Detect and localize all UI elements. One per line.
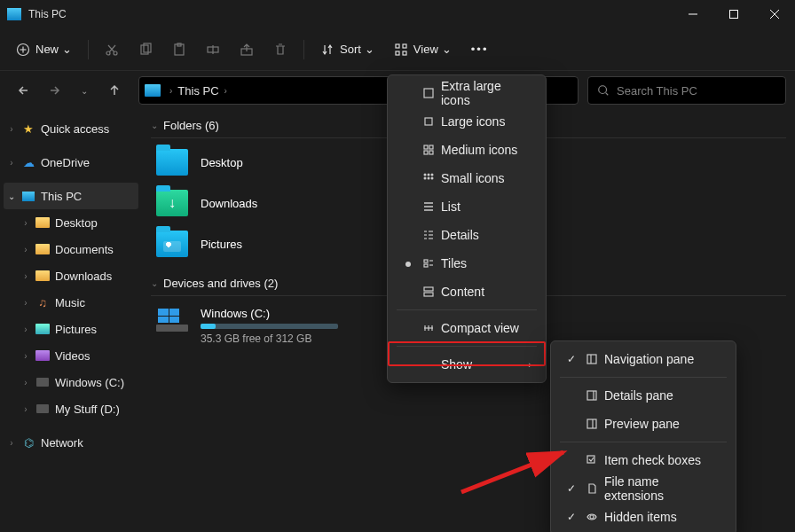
sidebar-item-label: Downloads	[55, 270, 112, 283]
sidebar-item-quick-access[interactable]: › ★ Quick access	[0, 115, 142, 142]
svg-point-35	[431, 177, 434, 180]
plus-circle-icon	[16, 43, 30, 57]
svg-rect-57	[587, 391, 596, 400]
check-icon: ✓	[562, 482, 581, 495]
extra-large-icons-icon	[418, 87, 439, 99]
svg-rect-47	[424, 264, 428, 267]
drive-usage-bar	[201, 324, 338, 329]
folder-icon	[156, 149, 188, 176]
chevron-down-icon: ⌄	[365, 43, 374, 56]
ellipsis-icon: •••	[471, 43, 489, 56]
trash-icon	[273, 43, 287, 57]
pictures-icon	[35, 322, 50, 336]
sidebar-item-label: My Stuff (D:)	[55, 403, 120, 416]
sidebar-item-videos[interactable]: › Videos	[0, 342, 142, 369]
menu-item-navigation-pane[interactable]: ✓Navigation pane	[555, 345, 732, 373]
menu-item-large-icons[interactable]: Large icons	[391, 107, 542, 136]
sidebar-item-music[interactable]: › ♫ Music	[0, 289, 142, 316]
menu-item-tiles[interactable]: Tiles	[391, 249, 542, 278]
svg-point-62	[590, 515, 594, 519]
search-icon	[597, 84, 610, 97]
back-button[interactable]	[9, 75, 39, 106]
content-icon	[418, 286, 439, 298]
chevron-right-icon: ›	[21, 245, 30, 254]
breadcrumb-segment[interactable]: This PC	[177, 84, 218, 98]
menu-item-show[interactable]: Show›	[391, 350, 542, 379]
menu-item-small-icons[interactable]: Small icons	[391, 164, 542, 192]
paste-button[interactable]	[163, 34, 195, 66]
sidebar-item-windows-c[interactable]: › Windows (C:)	[0, 369, 142, 395]
menu-item-preview-pane[interactable]: Preview pane	[555, 410, 732, 438]
chevron-right-icon: ›	[21, 218, 30, 228]
file-icon	[581, 482, 602, 495]
sidebar-item-onedrive[interactable]: › ☁ OneDrive	[0, 149, 142, 176]
drive-icon	[35, 402, 50, 416]
folder-icon	[35, 269, 50, 283]
chevron-down-icon: ⌄	[81, 86, 88, 96]
crumb-arrow-icon: ›	[168, 86, 174, 96]
bullet-icon	[398, 257, 418, 270]
chevron-right-icon: ›	[21, 378, 30, 387]
view-button[interactable]: View ⌄	[385, 34, 460, 66]
menu-item-item-checkboxes[interactable]: Item check boxes	[555, 446, 732, 474]
sidebar-item-pictures[interactable]: › Pictures	[0, 316, 142, 342]
forward-button[interactable]	[39, 75, 69, 106]
more-button[interactable]: •••	[462, 34, 498, 66]
eye-icon	[581, 511, 602, 523]
recent-button[interactable]: ⌄	[69, 75, 99, 106]
copy-icon	[138, 43, 153, 57]
rename-button[interactable]	[197, 34, 229, 66]
toolbar: New ⌄ Sort ⌄ View ⌄ •••	[0, 28, 795, 71]
sidebar-item-documents[interactable]: › Documents	[0, 236, 142, 262]
menu-item-file-name-extensions[interactable]: ✓File name extensions	[555, 474, 732, 503]
maximize-button[interactable]	[713, 0, 754, 28]
navigation-pane-icon	[581, 353, 602, 365]
svg-point-30	[424, 174, 427, 176]
sidebar-item-label: Windows (C:)	[55, 376, 124, 389]
sidebar-item-network[interactable]: › ⌬ Network	[0, 429, 142, 456]
sidebar-item-label: Videos	[55, 349, 91, 363]
window-controls	[673, 0, 795, 28]
svg-rect-19	[403, 44, 406, 48]
sidebar-item-downloads[interactable]: › Downloads	[0, 262, 142, 289]
sidebar-item-mystuff-d[interactable]: › My Stuff (D:)	[0, 395, 142, 422]
menu-item-compact-view[interactable]: Compact view	[391, 314, 542, 342]
menu-item-content[interactable]: Content	[391, 278, 542, 306]
view-icon	[394, 43, 408, 57]
menu-item-details-pane[interactable]: Details pane	[555, 381, 732, 410]
svg-rect-25	[425, 118, 432, 125]
preview-pane-icon	[581, 418, 602, 430]
checkbox-icon	[581, 454, 602, 466]
menu-item-details[interactable]: Details	[391, 221, 542, 249]
menu-item-hidden-items[interactable]: ✓Hidden items	[555, 503, 732, 531]
new-button[interactable]: New ⌄	[7, 34, 81, 66]
chevron-down-icon: ⌄	[62, 43, 72, 56]
menu-separator	[397, 346, 537, 347]
sidebar-item-label: Music	[55, 296, 85, 309]
group-header-label: Devices and drives (2)	[163, 277, 278, 290]
svg-point-33	[424, 177, 427, 180]
chevron-right-icon: ›	[7, 438, 16, 448]
menu-item-medium-icons[interactable]: Medium icons	[391, 136, 542, 164]
up-button[interactable]	[99, 75, 130, 106]
sort-button[interactable]: Sort ⌄	[311, 34, 383, 66]
share-button[interactable]	[231, 34, 263, 66]
this-pc-icon	[7, 8, 21, 20]
sidebar-item-this-pc[interactable]: ⌄ This PC	[4, 183, 138, 209]
minimize-button[interactable]	[673, 0, 713, 28]
tiles-icon	[418, 257, 439, 270]
svg-rect-26	[424, 145, 428, 149]
scissors-icon	[105, 43, 119, 57]
delete-button[interactable]	[264, 34, 296, 66]
menu-item-xl-icons[interactable]: Extra large icons	[391, 79, 542, 107]
search-box[interactable]: Search This PC	[587, 76, 786, 105]
folder-label: Desktop	[201, 156, 243, 169]
check-icon: ✓	[562, 511, 581, 523]
sidebar-item-desktop[interactable]: › Desktop	[0, 209, 142, 236]
close-button[interactable]	[754, 0, 795, 28]
svg-rect-29	[429, 151, 433, 154]
view-label: View	[413, 43, 438, 56]
menu-item-list[interactable]: List	[391, 192, 542, 221]
copy-button[interactable]	[130, 34, 161, 66]
cut-button[interactable]	[96, 34, 128, 66]
